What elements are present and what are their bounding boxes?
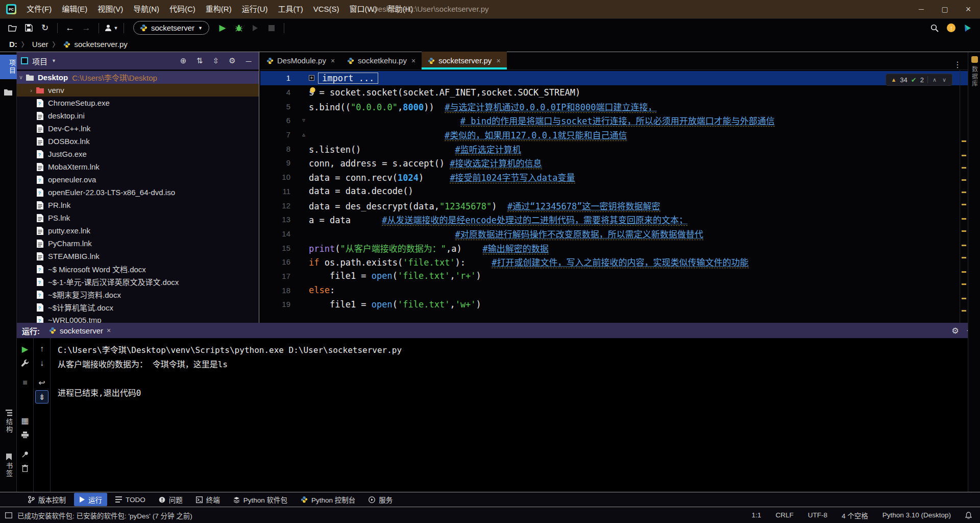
status-message[interactable]: 已成功安装软件包: 已安装的软件包: 'pyDes' (7 分钟 之前) xyxy=(17,510,192,520)
tree-row[interactable]: PyCharm.lnk xyxy=(17,237,259,250)
tab-overflow-icon[interactable]: ⋮ xyxy=(947,60,968,69)
status-encoding[interactable]: UTF-8 xyxy=(808,511,827,519)
menu-item-2[interactable]: 编辑(E) xyxy=(57,0,92,18)
menu-item-5[interactable]: 代码(C) xyxy=(164,0,201,18)
pin-icon[interactable] xyxy=(18,447,32,461)
folder-icon[interactable] xyxy=(4,89,12,96)
menu-item-6[interactable]: 重构(R) xyxy=(201,0,237,18)
inspections-widget[interactable]: ▲ 34 ✔ 2 ∧ ∨ xyxy=(886,74,952,86)
tree-row[interactable]: PR.lnk xyxy=(17,199,259,211)
code-area[interactable]: 1+import ...4s = socket.socket(socket.AF… xyxy=(260,70,968,312)
menu-item-3[interactable]: 视图(V) xyxy=(92,0,128,18)
tree-row[interactable]: putty.exe.lnk xyxy=(17,224,259,237)
editor-tab-DesModule.py[interactable]: DesModule.py× xyxy=(260,52,341,69)
menu-item-4[interactable]: 导航(N) xyxy=(128,0,164,18)
minimize-button[interactable]: ─ xyxy=(910,0,933,18)
expand-all-icon[interactable]: ⇅ xyxy=(193,56,206,65)
trash-icon[interactable] xyxy=(18,462,32,475)
tree-row[interactable]: MobaXterm.lnk xyxy=(17,160,259,173)
sync-icon[interactable]: ↻ xyxy=(37,21,53,35)
search-icon[interactable] xyxy=(927,21,942,35)
status-indent[interactable]: 4 个空格 xyxy=(842,510,868,520)
tree-row[interactable]: ?JustGo.exe xyxy=(17,148,259,160)
tree-row[interactable]: desktop.ini xyxy=(17,109,259,122)
hide-panel-icon[interactable]: ─ xyxy=(242,57,255,65)
menu-item-8[interactable]: 工具(T) xyxy=(273,0,308,18)
debug-icon[interactable] xyxy=(231,21,247,35)
tree-row[interactable]: ?~WRL0005.tmp xyxy=(17,314,259,323)
restore-layout-icon[interactable]: ▦ xyxy=(18,414,32,427)
locate-icon[interactable]: ⊕ xyxy=(177,56,189,65)
next-issue-icon[interactable]: ∨ xyxy=(941,77,947,83)
breadcrumb-item-1[interactable]: D: xyxy=(9,40,17,49)
tree-row[interactable]: PS.lnk xyxy=(17,211,259,224)
tree-row[interactable]: ?openEuler-22.03-LTS-x86_64-dvd.iso xyxy=(17,186,259,199)
chevron-expanded-icon[interactable]: ∨ xyxy=(17,74,25,81)
run-icon[interactable]: ▶ xyxy=(215,21,230,35)
tree-row-root[interactable]: ∨DesktopC:\Users\李令琪\Desktop xyxy=(17,71,259,84)
toolwindow-button-问题[interactable]: 问题 xyxy=(154,493,188,506)
breadcrumb-item-2[interactable]: User xyxy=(32,40,48,49)
close-button[interactable]: × xyxy=(957,0,980,18)
close-tab-icon[interactable]: × xyxy=(496,57,500,65)
back-icon[interactable]: ← xyxy=(62,21,78,35)
breadcrumb-item-3[interactable]: socketserver.py xyxy=(75,40,128,49)
collapse-all-icon[interactable]: ⇳ xyxy=(210,56,222,65)
close-icon[interactable]: × xyxy=(107,326,111,335)
toolwindow-button-Python 软件包[interactable]: Python 软件包 xyxy=(228,493,292,506)
tree-row[interactable]: ?~$期末复习资料.docx xyxy=(17,288,259,301)
status-caret-position[interactable]: 1:1 xyxy=(752,511,762,519)
prev-issue-icon[interactable]: ∧ xyxy=(932,77,938,83)
chevron-down-icon[interactable]: ▼ xyxy=(52,58,56,63)
settings-icon[interactable]: ⚙ xyxy=(226,56,238,65)
tree-row[interactable]: ?ChromeSetup.exe xyxy=(17,97,259,109)
event-log-icon[interactable] xyxy=(5,512,12,518)
notifications-icon[interactable] xyxy=(965,512,972,519)
stripe-tab-database[interactable]: 数据库 xyxy=(968,56,980,87)
save-icon[interactable] xyxy=(21,21,36,35)
console-output[interactable]: C:\Users\李令琪\Desktop\venv\Scripts\python… xyxy=(51,338,980,492)
maximize-button[interactable]: ▢ xyxy=(933,0,957,18)
chevron-collapsed-icon[interactable]: › xyxy=(27,87,35,93)
menu-item-9[interactable]: VCS(S) xyxy=(308,0,345,18)
settings-icon[interactable]: ⚙ xyxy=(951,326,959,336)
close-tab-icon[interactable]: × xyxy=(331,57,335,65)
tree-row[interactable]: DOSBox.lnk xyxy=(17,135,259,148)
stop-icon[interactable]: ■ xyxy=(18,376,32,389)
editor-tab-socketserver.py[interactable]: socketserver.py× xyxy=(422,52,506,69)
close-tab-icon[interactable]: × xyxy=(411,57,415,65)
toolwindow-button-版本控制[interactable]: 版本控制 xyxy=(23,493,71,506)
stripe-tab-project[interactable]: 项目 xyxy=(0,55,17,79)
tree-row[interactable]: ?~$ Microsoft Word 文档.docx xyxy=(17,263,259,275)
tree-row[interactable]: ?~$-1-单元-课后汉译英原文及译文.docx xyxy=(17,275,259,288)
tree-row[interactable]: ?~$计算机笔试.docx xyxy=(17,301,259,314)
editor-scrollbar[interactable] xyxy=(960,70,968,323)
menu-item-1[interactable]: 文件(F) xyxy=(21,0,57,18)
tree-row[interactable]: ›venv xyxy=(17,84,259,97)
stripe-tab-bookmarks[interactable]: 书签 xyxy=(4,454,14,478)
run-tab[interactable]: socketserver × xyxy=(45,323,115,338)
move-up-icon[interactable]: ↑ xyxy=(35,342,48,355)
status-line-separator[interactable]: CRLF xyxy=(775,511,793,519)
tree-row[interactable]: STEAMBIG.lnk xyxy=(17,250,259,263)
toolwindow-button-服务[interactable]: 服务 xyxy=(363,493,398,506)
expand-fold-icon[interactable]: + xyxy=(309,75,314,81)
update-available-icon[interactable]: ↑ xyxy=(947,23,955,32)
editor-tab-socketkehu.py[interactable]: socketkehu.py× xyxy=(341,52,422,69)
user-icon[interactable]: ▼ xyxy=(104,21,119,35)
wrench-icon[interactable] xyxy=(18,356,32,370)
rerun-icon[interactable]: ▶ xyxy=(18,342,32,355)
print-icon[interactable] xyxy=(18,428,32,441)
stripe-tab-structure[interactable]: 结构 xyxy=(4,410,14,434)
tree-row[interactable]: Dev-C++.lnk xyxy=(17,122,259,135)
menu-item-7[interactable]: 运行(U) xyxy=(237,0,273,18)
folded-import-region[interactable]: import ... xyxy=(318,73,378,84)
toolwindow-button-TODO[interactable]: TODO xyxy=(110,494,151,505)
toolwindow-button-终端[interactable]: 终端 xyxy=(191,493,225,506)
intention-bulb-icon[interactable] xyxy=(309,87,316,94)
soft-wrap-icon[interactable]: ↩ xyxy=(35,376,48,389)
toolwindow-button-Python 控制台[interactable]: Python 控制台 xyxy=(296,493,360,506)
open-icon[interactable] xyxy=(5,21,20,35)
move-down-icon[interactable]: ↓ xyxy=(35,356,48,370)
scroll-to-end-icon[interactable]: ⇟ xyxy=(35,390,48,403)
